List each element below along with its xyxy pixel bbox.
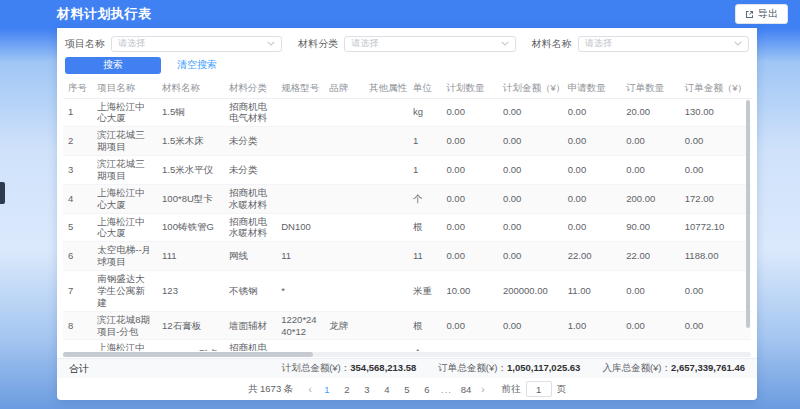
- table-cell: 156.80: [680, 340, 751, 351]
- table-cell: [324, 156, 364, 185]
- table-cell: 4: [63, 184, 92, 213]
- table-cell: 200.00: [621, 184, 680, 213]
- table-row[interactable]: 3滨江花城三期项目1.5米水平仪未分类10.000.000.000.000.00: [63, 156, 751, 185]
- table-cell: 22.00: [621, 242, 680, 271]
- table-cell: 米重: [408, 271, 441, 312]
- table-cell: 根: [408, 311, 441, 340]
- table-row[interactable]: 4上海松江中心大厦100*8U型卡招商机电 水暖材料个0.000.000.002…: [63, 184, 751, 213]
- filter-select-0[interactable]: 请选择: [111, 36, 282, 52]
- column-header: 其他属性: [364, 80, 408, 98]
- data-table-container: 序号项目名称材料名称材料分类规格型号品牌其他属性单位计划数量计划金额（¥）申请数…: [63, 80, 751, 351]
- table-cell: 130.00: [680, 98, 751, 127]
- table-cell: 2: [63, 127, 92, 156]
- table-cell: 1.5米木床: [157, 127, 224, 156]
- pagination-bar: 共 1673 条 ‹ 123456...84 › 前往 页: [57, 378, 757, 400]
- table-cell: [276, 156, 324, 185]
- table-cell: [276, 184, 324, 213]
- table-row[interactable]: 2滨江花城三期项目1.5米木床未分类10.000.000.000.000.00: [63, 127, 751, 156]
- table-cell: 150*10U型卡: [157, 340, 224, 351]
- page-button-5[interactable]: 5: [401, 384, 413, 395]
- table-cell: 招商机电 水暖材料: [224, 184, 276, 213]
- table-cell: [364, 242, 408, 271]
- table-cell: 80.00: [621, 340, 680, 351]
- export-icon: [745, 10, 754, 19]
- top-bar: 材料计划执行表: [57, 0, 757, 28]
- table-cell: [364, 340, 408, 351]
- table-row[interactable]: 9上海松江中心大厦150*10U型卡招商机电 水暖材料个0.000.000.00…: [63, 340, 751, 351]
- column-header: 品牌: [324, 80, 364, 98]
- table-cell: [276, 127, 324, 156]
- goto-page-input[interactable]: [526, 381, 552, 397]
- table-cell: 根: [408, 213, 441, 242]
- table-cell: [276, 340, 324, 351]
- table-cell: 0.00: [680, 127, 751, 156]
- page-title: 材料计划执行表: [57, 5, 152, 23]
- table-cell: 0.00: [498, 242, 563, 271]
- select-placeholder: 请选择: [585, 37, 612, 50]
- column-header: 计划数量: [441, 80, 497, 98]
- table-cell: 滨江花城三期项目: [92, 156, 157, 185]
- table-cell: 0.00: [441, 156, 497, 185]
- table-cell: 招商机电 电气材料: [224, 98, 276, 127]
- table-row[interactable]: 1上海松江中心大厦1.5铜招商机电 电气材料kg0.000.000.0020.0…: [63, 98, 751, 127]
- search-button[interactable]: 搜索: [65, 57, 161, 74]
- table-cell: 上海松江中心大厦: [92, 184, 157, 213]
- chevron-down-icon: [734, 41, 742, 46]
- table-cell: 11.00: [563, 271, 622, 312]
- table-cell: 0.00: [563, 184, 622, 213]
- table-cell: [364, 184, 408, 213]
- table-cell: [324, 98, 364, 127]
- vertical-scrollbar[interactable]: [746, 100, 750, 328]
- table-cell: 0.00: [441, 242, 497, 271]
- table-row[interactable]: 7南钢盛达大学生公寓新建123不锈钢*米重10.00200000.0011.00…: [63, 271, 751, 312]
- table-cell: 0.00: [680, 311, 751, 340]
- filter-select-1[interactable]: 请选择: [344, 36, 515, 52]
- table-row[interactable]: 5上海松江中心大厦100铸铁管G招商机电 水暖材料DN100根0.000.000…: [63, 213, 751, 242]
- chevron-down-icon: [267, 41, 275, 46]
- summary-item-value: 1,050,117,025.63: [507, 362, 580, 373]
- table-row[interactable]: 6太空电梯--月球项目111网线11110.000.0022.0022.0011…: [63, 242, 751, 271]
- table-cell: 1: [408, 156, 441, 185]
- table-cell: 1220*2440*12: [276, 311, 324, 340]
- table-cell: [324, 127, 364, 156]
- table-row[interactable]: 8滨江花城8期项目-分包12石膏板墙面辅材1220*2440*12龙牌根0.00…: [63, 311, 751, 340]
- page-button-6[interactable]: 6: [421, 384, 433, 395]
- filter-group-0: 项目名称请选择: [65, 35, 282, 52]
- table-cell: 0.00: [498, 98, 563, 127]
- page-button-3[interactable]: 3: [361, 384, 373, 395]
- table-cell: 个: [408, 184, 441, 213]
- table-cell: 10772.10: [680, 213, 751, 242]
- filter-select-2[interactable]: 请选择: [578, 36, 749, 52]
- table-cell: 123: [157, 271, 224, 312]
- table-cell: 0.00: [498, 127, 563, 156]
- summary-item-value: 354,568,213.58: [350, 362, 416, 373]
- page-button-4[interactable]: 4: [381, 384, 393, 395]
- goto-suffix: 页: [557, 383, 567, 396]
- page-button-84[interactable]: 84: [460, 384, 472, 395]
- horizontal-scrollbar-thumb[interactable]: [63, 352, 313, 357]
- table-cell: 1188.00: [680, 242, 751, 271]
- sidebar-collapse-handle[interactable]: [0, 182, 5, 204]
- table-header-row: 序号项目名称材料名称材料分类规格型号品牌其他属性单位计划数量计划金额（¥）申请数…: [63, 80, 751, 98]
- filter-bar: 项目名称请选择材料分类请选择材料名称请选择: [65, 35, 749, 52]
- pagination-ellipsis[interactable]: ...: [441, 384, 452, 395]
- page-button-1[interactable]: 1: [321, 384, 333, 395]
- summary-item: 订单总金额(¥)：1,050,117,025.63: [438, 362, 580, 375]
- table-cell: DN100: [276, 213, 324, 242]
- table-cell: 0.00: [563, 213, 622, 242]
- page-button-2[interactable]: 2: [341, 384, 353, 395]
- chevron-down-icon: [501, 41, 509, 46]
- next-page-button[interactable]: ›: [479, 383, 487, 395]
- prev-page-button[interactable]: ‹: [306, 383, 314, 395]
- clear-search-link[interactable]: 清空搜索: [177, 58, 217, 72]
- table-cell: 0.00: [498, 311, 563, 340]
- table-cell: 90.00: [621, 213, 680, 242]
- table-cell: [324, 242, 364, 271]
- table-cell: 11: [276, 242, 324, 271]
- select-placeholder: 请选择: [351, 37, 378, 50]
- table-cell: 20.00: [621, 98, 680, 127]
- table-cell: 0.00: [680, 271, 751, 312]
- table-cell: 7: [63, 271, 92, 312]
- export-button[interactable]: 导出: [735, 4, 788, 24]
- table-cell: 0.00: [498, 156, 563, 185]
